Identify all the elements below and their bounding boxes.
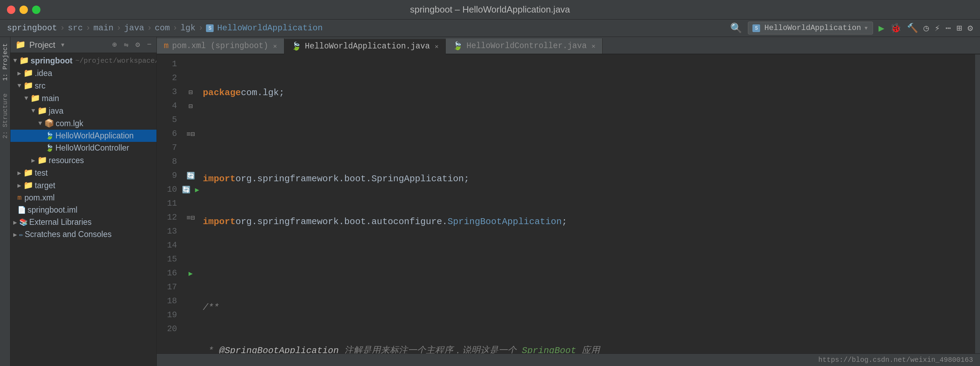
add-content-root-icon[interactable]: ⊕ [112,40,117,49]
pom-tab-icon: m [164,41,169,51]
tree-label-external-libs: External Libraries [29,218,92,227]
breadcrumb-springboot[interactable]: springboot [7,23,57,33]
spring-class-icon: 🍃 [45,131,54,140]
tree-item-idea[interactable]: ▶ 📁 .idea [10,67,156,80]
tab-pom-xml[interactable]: m pom.xml (springboot) ✕ [157,38,285,54]
tree-label-src: src [35,81,46,91]
settings-button[interactable]: ⚙ [967,23,973,34]
tree-label-scratches: Scratches and Consoles [25,230,111,239]
scratches-icon: ✏ [19,230,23,239]
project-dropdown-icon[interactable]: ▾ [60,40,65,50]
folder-icon: 📁 [23,168,33,178]
gutter-18 [182,294,199,308]
breadcrumb-src[interactable]: src [68,23,83,33]
maximize-button[interactable] [32,6,40,14]
search-everywhere-icon[interactable]: 🔍 [730,22,742,34]
gutter-2 [182,71,199,85]
breadcrumb-com[interactable]: com [155,23,170,33]
project-tree: ▼ 📁 springboot ~/project/workspace/sprin… [10,53,156,366]
tree-item-external-libs[interactable]: ▶ 📚 External Libraries [10,216,156,228]
tree-item-src[interactable]: ▼ 📁 src [10,80,156,92]
gutter-4: ⊟ [182,99,199,113]
gutter-16[interactable]: ▶ [182,266,199,280]
tab-project[interactable]: 1: Project [0,40,10,84]
tree-label-hello-world-ctrl: HelloWorldController [56,143,129,153]
folder-icon: 📁 [37,106,48,116]
ctrl-tab-label: HelloWorldController.java [466,41,587,51]
minimize-button[interactable] [19,6,28,14]
run-configuration[interactable]: S HelloWorldApplication ▾ [748,22,873,35]
scroll-from-source-icon[interactable]: ⇋ [124,40,128,49]
tree-item-resources[interactable]: ▶ 📁 resources [10,154,156,167]
tab-hello-world-ctrl[interactable]: 🍃 HelloWorldController.java ✕ [446,38,603,54]
breadcrumb-current[interactable]: HelloWorldApplication [217,23,322,33]
project-header: 📁 Project ▾ ⊕ ⇋ ⚙ − [10,37,156,53]
pom-tab-label: pom.xml (springboot) [172,41,268,51]
tree-item-springboot[interactable]: ▼ 📁 springboot ~/project/workspace/sprin… [10,54,156,67]
tree-item-com-lgk[interactable]: ▼ 📦 com.lgk [10,117,156,130]
tree-item-scratches[interactable]: ▶ ✏ Scratches and Consoles [10,228,156,240]
close-panel-icon[interactable]: − [147,40,151,49]
window-controls[interactable] [7,6,40,14]
build-button[interactable]: 🔨 [907,23,918,34]
caret-icon: ▼ [18,82,21,89]
tree-label-com-lgk: com.lgk [56,119,83,128]
run-button[interactable]: ▶ [878,22,885,34]
code-line-6: /** [203,301,975,315]
code-editor[interactable]: 1 2 3 4 5 6 7 8 9 10 11 12 13 14 15 16 1… [157,54,980,353]
breadcrumb-main[interactable]: main [94,23,114,33]
gutter-6[interactable]: ≡⊟ [182,127,199,141]
close-button[interactable] [7,6,15,14]
more-button[interactable]: ⋯ [945,23,951,34]
tree-label-resources: resources [49,156,84,165]
coverage-button[interactable]: ◷ [924,23,929,34]
tree-label-idea: .idea [35,68,52,78]
breadcrumb: springboot › src › main › java › com › l… [7,23,323,33]
tree-item-main[interactable]: ▼ 📁 main [10,92,156,105]
profile-button[interactable]: ⚡ [934,23,940,34]
project-settings-icon[interactable]: ⚙ [135,40,140,49]
tree-item-java[interactable]: ▼ 📁 java [10,105,156,117]
tab-hello-world-app[interactable]: 🍃 HelloWorldApplication.java ✕ [285,39,446,54]
gutter-15 [182,252,199,266]
run-config-dropdown-icon[interactable]: ▾ [864,23,869,33]
gutter-1 [182,57,199,71]
code-line-1: package com.lgk; [203,86,975,100]
tab-structure[interactable]: 2: Structure [0,91,10,142]
ctrl-tab-close[interactable]: ✕ [592,42,595,50]
project-panel: 📁 Project ▾ ⊕ ⇋ ⚙ − ▼ 📁 springboot ~/pro… [10,37,157,366]
app-tab-close[interactable]: ✕ [435,43,439,50]
tree-label-test: test [35,169,48,178]
tree-item-hello-world-ctrl[interactable]: 🍃 HelloWorldController [10,142,156,154]
pom-tab-close[interactable]: ✕ [273,42,277,50]
breadcrumb-bar: springboot › src › main › java › com › l… [0,19,980,37]
debug-button[interactable]: 🐞 [890,23,901,34]
code-content[interactable]: package com.lgk; import org.springframew… [199,54,975,353]
tree-label-main: main [42,94,59,103]
breadcrumb-lgk[interactable]: lgk [181,23,196,33]
breadcrumb-java[interactable]: java [124,23,144,33]
sidebar-tabs: 1: Project 2: Structure [0,37,10,366]
tree-item-target[interactable]: ▶ 📁 target [10,179,156,192]
tree-label-pom: pom.xml [24,193,55,202]
gutter-8 [182,155,199,169]
gutter-10[interactable]: 🔄 ▶ [182,183,199,197]
gutter: ⊟ ⊟ ≡⊟ 🔄 🔄 ▶ ≡⊟ ▶ [182,54,199,353]
ctrl-tab-icon: 🍃 [453,41,463,51]
split-editor-button[interactable]: ⊞ [957,23,962,34]
tree-label-target: target [35,181,56,190]
gutter-9[interactable]: 🔄 [182,169,199,183]
tree-item-hello-world-app[interactable]: 🍃 HelloWorldApplication [10,130,156,142]
window-title: springboot – HelloWorldApplication.java [410,4,570,15]
right-scrollbar[interactable] [975,54,980,353]
caret-icon: ▼ [38,120,42,127]
tree-item-pom[interactable]: m pom.xml [10,192,156,204]
project-folder-icon: 📁 [15,40,26,50]
code-line-2 [203,129,975,143]
gutter-17 [182,280,199,294]
tree-item-iml[interactable]: 📄 springboot.iml [10,204,156,216]
app-tab-label: HelloWorldApplication.java [305,42,430,51]
class-icon: S [206,24,214,32]
tree-item-test[interactable]: ▶ 📁 test [10,167,156,179]
gutter-19 [182,308,199,322]
